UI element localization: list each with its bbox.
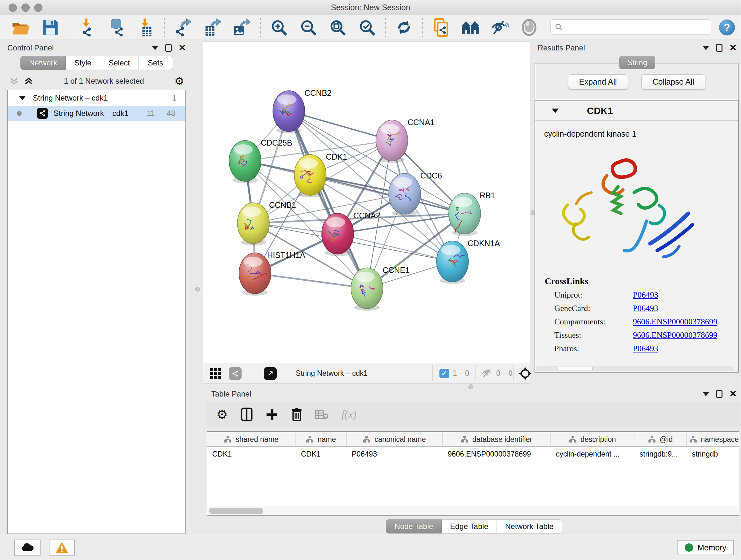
- node-CCNA1[interactable]: CCNA1: [376, 118, 434, 163]
- node-CCNA2[interactable]: CCNA2: [322, 211, 381, 256]
- tab-select[interactable]: Select: [100, 56, 138, 70]
- window-title: Session: New Session: [0, 3, 741, 12]
- selected-check-icon[interactable]: ✓: [440, 369, 449, 378]
- column-header-canonicalname[interactable]: canonical name: [347, 432, 443, 446]
- expand-all-networks-icon[interactable]: [24, 76, 33, 86]
- maximize-panel-icon[interactable]: [165, 44, 172, 52]
- cloud-button[interactable]: [14, 540, 41, 556]
- close-panel-icon[interactable]: ✕: [730, 390, 737, 398]
- zoom-selected-icon[interactable]: [357, 17, 377, 37]
- column-header-databaseidentifier[interactable]: database identifier: [443, 432, 551, 446]
- edge-HIST1H1A-CCNE1[interactable]: [255, 273, 367, 288]
- collapse-all-networks-icon[interactable]: [9, 76, 19, 86]
- tab-node-table[interactable]: Node Table: [386, 519, 442, 534]
- gene-collapse-icon[interactable]: [552, 109, 559, 113]
- edge-CCNB2-CCNE1[interactable]: [289, 111, 367, 288]
- tab-string[interactable]: String: [619, 56, 655, 69]
- table-hscrollbar-thumb[interactable]: [209, 508, 263, 514]
- column-header-description[interactable]: description: [551, 432, 634, 446]
- column-header-sharedname[interactable]: shared name: [207, 432, 296, 446]
- node-table: shared namenamecanonical namedatabase id…: [207, 431, 739, 516]
- show-graphics-details-icon[interactable]: [519, 17, 539, 37]
- node-CDC25B[interactable]: CDC25B: [229, 138, 292, 183]
- node-CCNE1[interactable]: CCNE1: [351, 266, 410, 311]
- column-header-id[interactable]: @id: [634, 432, 687, 446]
- gene-card-header[interactable]: CDK1: [535, 101, 738, 121]
- network-collection-row[interactable]: String Network – cdk1 1: [8, 90, 185, 106]
- node-CDKN1A[interactable]: CDKN1A: [436, 239, 500, 284]
- export-image-icon[interactable]: [232, 17, 252, 37]
- crosslink-value-link[interactable]: P06493: [633, 344, 658, 354]
- float-panel-icon[interactable]: [703, 46, 709, 50]
- tab-edge-table[interactable]: Edge Table: [442, 519, 497, 534]
- crosslink-value-link[interactable]: P06493: [633, 290, 658, 300]
- show-panels-icon[interactable]: [461, 17, 480, 37]
- network-badge-icon[interactable]: [229, 363, 242, 383]
- import-network-file-icon[interactable]: [77, 17, 97, 37]
- node-CCNB1[interactable]: CCNB1: [238, 200, 296, 246]
- refresh-icon[interactable]: [394, 17, 414, 37]
- close-panel-icon[interactable]: ✕: [179, 44, 186, 52]
- table-cell[interactable]: 9606.ENSP00000378699: [443, 447, 551, 461]
- tab-network[interactable]: Network: [20, 56, 66, 70]
- detach-view-icon[interactable]: [264, 363, 277, 383]
- crosslink-value-link[interactable]: 9606.ENSP00000378699: [633, 317, 718, 327]
- tab-network-table[interactable]: Network Table: [497, 519, 562, 534]
- import-table-icon[interactable]: [136, 17, 156, 37]
- table-row[interactable]: CDK1CDK1P064939606.ENSP00000378699cyclin…: [207, 447, 739, 461]
- import-network-database-icon[interactable]: [107, 17, 127, 37]
- node-CCNB2[interactable]: CCNB2: [273, 88, 332, 133]
- column-header-namespace[interactable]: namespace: [687, 432, 739, 446]
- table-hscrollbar[interactable]: [207, 506, 739, 515]
- node-CDK1[interactable]: CDK1: [294, 152, 347, 197]
- tab-style[interactable]: Style: [66, 56, 100, 70]
- table-cell[interactable]: stringdb: [687, 447, 739, 461]
- node-HIST1H1A[interactable]: HIST1H1A: [239, 251, 306, 296]
- show-columns-icon[interactable]: [241, 408, 253, 422]
- table-cell[interactable]: cyclin-dependent ...: [551, 447, 634, 461]
- table-options-gear-icon[interactable]: ⚙: [216, 407, 228, 422]
- collection-expander-icon[interactable]: [19, 96, 26, 100]
- export-table-icon[interactable]: [203, 17, 222, 37]
- crosslink-value-link[interactable]: P06493: [633, 304, 658, 313]
- column-header-name[interactable]: name: [296, 432, 347, 446]
- maximize-panel-icon[interactable]: [716, 390, 723, 398]
- network-row[interactable]: String Network – cdk1 11 48: [8, 106, 185, 121]
- table-cell[interactable]: stringdb:9...: [634, 447, 687, 461]
- search-input[interactable]: [563, 23, 700, 32]
- warnings-button[interactable]: [49, 540, 75, 556]
- zoom-in-icon[interactable]: [269, 17, 289, 37]
- delete-column-icon[interactable]: [291, 408, 302, 422]
- float-panel-icon[interactable]: [152, 46, 158, 50]
- birds-eye-view-icon[interactable]: [519, 363, 532, 383]
- expand-all-button[interactable]: Expand All: [568, 74, 628, 89]
- network-options-gear-icon[interactable]: ⚙: [175, 75, 184, 87]
- hide-graphics-details-icon[interactable]: [490, 17, 510, 37]
- zoom-out-icon[interactable]: [298, 17, 318, 37]
- node-RB1[interactable]: RB1: [449, 191, 495, 236]
- crosslink-value-link[interactable]: 9606.ENSP00000378699: [633, 330, 718, 340]
- help-button[interactable]: ?: [719, 19, 735, 36]
- table-cell[interactable]: P06493: [347, 447, 443, 461]
- table-cell[interactable]: CDK1: [296, 447, 347, 461]
- collapse-all-button[interactable]: Collapse All: [642, 74, 705, 89]
- open-session-icon[interactable]: [11, 17, 31, 37]
- gene-card-hscrollbar[interactable]: [536, 366, 733, 371]
- tab-sets[interactable]: Sets: [138, 56, 173, 70]
- clipboard-network-icon[interactable]: [431, 17, 451, 37]
- delete-table-icon[interactable]: [315, 409, 329, 420]
- zoom-fit-icon[interactable]: [328, 17, 347, 37]
- close-panel-icon[interactable]: ✕: [730, 44, 737, 52]
- search-box[interactable]: [550, 19, 711, 35]
- function-builder-icon[interactable]: f(x): [341, 408, 356, 421]
- float-panel-icon[interactable]: [703, 392, 709, 396]
- memory-button[interactable]: Memory: [677, 540, 734, 555]
- export-network-icon[interactable]: [173, 17, 193, 37]
- table-cell[interactable]: CDK1: [207, 447, 296, 461]
- add-column-icon[interactable]: [266, 408, 278, 421]
- left-splitter-grip[interactable]: [195, 287, 200, 292]
- maximize-panel-icon[interactable]: [716, 44, 723, 52]
- save-session-icon[interactable]: [41, 17, 60, 37]
- network-canvas[interactable]: CCNB2 CCNA1 CDC25B CDK1 CDC6 RB1 CCNB1: [203, 42, 530, 363]
- grid-view-icon[interactable]: [210, 363, 221, 383]
